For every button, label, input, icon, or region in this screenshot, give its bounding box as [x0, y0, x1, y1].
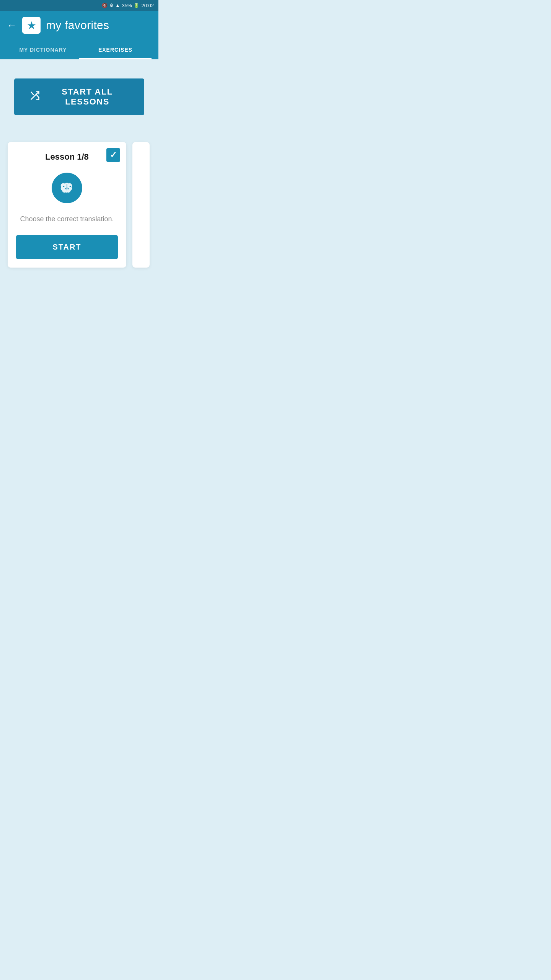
lesson-card: Lesson 1/8 Choose the correct translatio… — [8, 142, 126, 268]
signal-icon: ▲ — [116, 3, 120, 8]
main-content: START ALL LESSONS Lesson 1/8 — [0, 59, 158, 327]
brain-icon-wrapper — [16, 173, 118, 203]
lesson-title: Lesson 1/8 — [16, 152, 118, 162]
favorites-folder-icon: ★ — [22, 17, 41, 34]
brain-circle — [52, 173, 82, 203]
tab-my-dictionary[interactable]: MY DICTIONARY — [7, 41, 79, 59]
tabs-bar: MY DICTIONARY EXERCISES — [7, 41, 152, 59]
status-bar: 🔇 ⚙ ▲ 35% 🔋 20:02 — [0, 0, 158, 11]
mute-icon: 🔇 — [102, 3, 108, 8]
battery-percentage: 35% — [122, 3, 132, 8]
tab-exercises[interactable]: EXERCISES — [79, 41, 152, 59]
start-lesson-button[interactable]: START — [16, 235, 118, 259]
star-icon: ★ — [27, 19, 36, 32]
start-all-lessons-label: START ALL LESSONS — [46, 87, 129, 107]
shuffle-icon — [29, 90, 40, 103]
clock: 20:02 — [141, 3, 154, 8]
bluetooth-icon: ⚙ — [109, 3, 114, 8]
status-icons: 🔇 ⚙ ▲ 35% 🔋 20:02 — [102, 3, 154, 8]
header-top: ← ★ my favorites — [7, 17, 152, 41]
page-title: my favorites — [46, 19, 109, 32]
start-all-lessons-button[interactable]: START ALL LESSONS — [14, 78, 144, 115]
header: ← ★ my favorites MY DICTIONARY EXERCISES — [0, 11, 158, 59]
lesson-card-next-partial — [132, 142, 150, 268]
lesson-description: Choose the correct translation. — [16, 214, 118, 224]
battery-icon: 🔋 — [134, 3, 139, 8]
lesson-checkbox[interactable] — [106, 148, 120, 162]
back-button[interactable]: ← — [7, 20, 17, 30]
lessons-container: Lesson 1/8 Choose the correct translatio… — [8, 142, 151, 268]
